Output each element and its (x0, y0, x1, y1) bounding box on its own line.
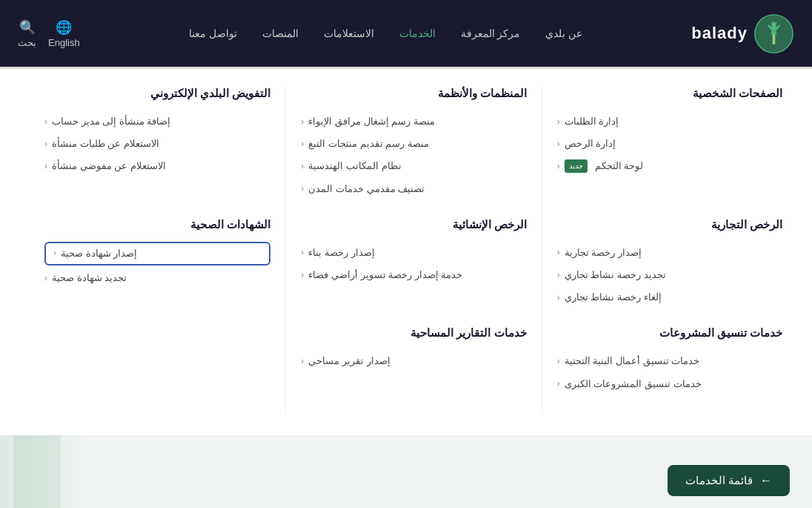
menu-item-label: إلغاء رخصة نشاط تجاري (565, 291, 662, 304)
section-title-projects: خدمات تنسيق المشروعات (557, 326, 782, 340)
menu-item-label: خدمات تنسيق المشروعات الكبرى (565, 377, 702, 391)
nav-contact[interactable]: تواصل معنا (179, 22, 247, 45)
arrow-icon: ‹ (301, 182, 304, 195)
menu-item-building-permit[interactable]: إصدار رخصة بناء ‹ (301, 242, 526, 264)
arrow-icon: ‹ (557, 269, 560, 282)
arrow-icon: ‹ (557, 355, 560, 368)
nav-inquiries[interactable]: الاستعلامات (313, 22, 385, 45)
menu-item-label: إصدار تقرير مساحي (308, 354, 390, 368)
language-button[interactable]: 🌐 English (48, 19, 80, 48)
menu-item-accommodation[interactable]: منصة رسم إشغال مرافق الإيواء ‹ (301, 110, 526, 133)
search-button[interactable]: 🔍 بحث (18, 19, 36, 48)
section-personal-pages: الصفحات الشخصية إدارة الطلبات ‹ إدارة ال… (542, 87, 782, 218)
arrow-icon: ‹ (557, 160, 560, 173)
menu-item-engineering[interactable]: نظام المكاتب الهندسية ‹ (301, 155, 526, 177)
menu-item-label: إصدار رخصة بناء (308, 246, 374, 260)
bottom-bar: ← قائمة الخدمات (0, 453, 812, 508)
arrow-icon: ‹ (301, 355, 304, 368)
arrow-icon: ‹ (301, 246, 304, 259)
arrow-icon: ‹ (44, 116, 47, 128)
arrow-icon: ‹ (44, 138, 47, 151)
menu-item-label: نظام المكاتب الهندسية (308, 159, 401, 173)
menu-item-renew-health-cert[interactable]: تجديد شهادة صحية ‹ (44, 267, 270, 289)
section-title-commercial: الرخص التجارية (557, 218, 782, 231)
arrow-icon: ‹ (301, 138, 304, 151)
menu-item-issue-health-cert[interactable]: إصدار شهادة صحية ‹ (44, 242, 270, 265)
new-badge: جديد (565, 159, 588, 173)
navbar-links: عن بلدي مركز المعرفة الخدمات الاستعلامات… (80, 22, 692, 45)
menu-item-infrastructure[interactable]: خدمات تنسيق أعمال البنية التحتية ‹ (557, 350, 782, 372)
logo-text: balady (691, 24, 748, 43)
menu-item-label: إصدار رخصة تجارية (565, 246, 642, 260)
menu-item-label: خدمة إصدار رخصة تسوير أراضي فضاء (308, 268, 462, 282)
dropdown-menu: الصفحات الشخصية إدارة الطلبات ‹ إدارة ال… (0, 67, 812, 435)
navbar: balady عن بلدي مركز المعرفة الخدمات الاس… (0, 0, 812, 67)
arrow-icon: ‹ (44, 272, 47, 285)
menu-item-cancel-commercial[interactable]: إلغاء رخصة نشاط تجاري ‹ (557, 286, 782, 309)
section-title-health: الشهادات الصحية (44, 218, 270, 231)
section-project-coord: خدمات تنسيق المشروعات خدمات تنسيق أعمال … (542, 326, 782, 412)
menu-item-label: تجديد شهادة صحية (52, 271, 127, 285)
section-health-certs: الشهادات الصحية إصدار شهادة صحية ‹ تجديد… (30, 218, 270, 327)
menu-item-issue-commercial[interactable]: إصدار رخصة تجارية ‹ (557, 242, 782, 264)
arrow-icon: ‹ (557, 138, 560, 151)
menu-item-label: تجديد رخصة نشاط تجاري (565, 268, 666, 282)
arrow-left-icon: ← (760, 474, 772, 487)
menu-item-renew-commercial[interactable]: تجديد رخصة نشاط تجاري ‹ (557, 264, 782, 286)
arrow-icon: ‹ (557, 377, 560, 390)
menu-item-label: منصة رسم تقديم منتجات التبغ (308, 137, 428, 151)
menu-item-add-manager[interactable]: إضافة منشأة إلى مدير حساب ‹ (44, 110, 270, 133)
section-commercial: الرخص التجارية إصدار رخصة تجارية ‹ تجديد… (542, 218, 782, 327)
nav-about[interactable]: عن بلدي (535, 22, 593, 45)
search-icon: 🔍 (19, 19, 36, 36)
globe-icon: 🌐 (56, 19, 72, 36)
arrow-icon: ‹ (301, 160, 304, 173)
menu-item-label: الاستعلام عن مفوضي منشأة (52, 159, 166, 173)
section-title-personal: الصفحات الشخصية (557, 87, 782, 100)
menu-item-label: لوحة التحكم (595, 159, 644, 173)
arrow-icon: ‹ (301, 269, 304, 282)
arrow-icon: ‹ (557, 291, 560, 304)
nav-knowledge[interactable]: مركز المعرفة (450, 22, 531, 45)
section-title-survey: خدمات التقارير المساحية (301, 326, 526, 340)
menu-item-facility-requests[interactable]: الاستعلام عن طلبات منشأة ‹ (44, 133, 270, 155)
arrow-icon: ‹ (301, 116, 304, 128)
section-survey-reports: خدمات التقارير المساحية إصدار تقرير مساح… (285, 326, 526, 412)
section-construction: الرخص الإنشائية إصدار رخصة بناء ‹ خدمة إ… (285, 218, 526, 327)
arrow-icon: ‹ (557, 246, 560, 259)
section-title-construction: الرخص الإنشائية (301, 218, 526, 231)
section-organizations: المنظمات والأنظمة منصة رسم إشغال مرافق ا… (285, 87, 526, 218)
menu-item-delegates[interactable]: الاستعلام عن مفوضي منشأة ‹ (44, 155, 270, 177)
navbar-actions: 🌐 English 🔍 بحث (18, 19, 80, 48)
section-delegation: التفويض البلدي الإلكتروني إضافة منشأة إل… (30, 87, 270, 218)
arrow-icon: ‹ (44, 160, 47, 173)
menu-item-manage-licenses[interactable]: إدارة الرخص ‹ (557, 133, 782, 155)
language-label: English (48, 37, 80, 48)
menu-item-city-services[interactable]: تصنيف مقدمي خدمات المدن ‹ (301, 178, 526, 200)
section-title-delegation: التفويض البلدي الإلكتروني (44, 87, 270, 100)
section-title-organizations: المنظمات والأنظمة (301, 87, 526, 100)
menu-item-label: خدمات تنسيق أعمال البنية التحتية (565, 354, 699, 368)
menu-item-label: إدارة الرخص (565, 137, 616, 151)
menu-item-label: إدارة الطلبات (565, 115, 619, 128)
services-list-label: قائمة الخدمات (685, 474, 753, 487)
menu-item-land-survey-permit[interactable]: خدمة إصدار رخصة تسوير أراضي فضاء ‹ (301, 264, 526, 286)
menu-item-label: إضافة منشأة إلى مدير حساب (52, 115, 170, 128)
menu-item-control-panel[interactable]: لوحة التحكم جديد ‹ (557, 155, 782, 177)
search-label: بحث (18, 37, 36, 48)
menu-item-manage-requests[interactable]: إدارة الطلبات ‹ (557, 110, 782, 133)
menu-item-label: تصنيف مقدمي خدمات المدن (308, 182, 425, 196)
logo-palm-icon (753, 13, 794, 54)
nav-services[interactable]: الخدمات (389, 22, 446, 45)
section-empty (30, 326, 270, 412)
logo[interactable]: balady (691, 13, 794, 54)
menu-item-label: منصة رسم إشغال مرافق الإيواء (308, 115, 434, 128)
services-list-button[interactable]: ← قائمة الخدمات (668, 465, 790, 496)
menu-item-large-projects[interactable]: خدمات تنسيق المشروعات الكبرى ‹ (557, 373, 782, 395)
menu-item-survey-report[interactable]: إصدار تقرير مساحي ‹ (301, 350, 526, 372)
menu-item-tobacco[interactable]: منصة رسم تقديم منتجات التبغ ‹ (301, 133, 526, 155)
arrow-icon: ‹ (557, 116, 560, 128)
arrow-icon: ‹ (53, 247, 56, 260)
nav-platforms[interactable]: المنصات (252, 22, 309, 45)
menu-item-label: إصدار شهادة صحية (61, 247, 137, 260)
